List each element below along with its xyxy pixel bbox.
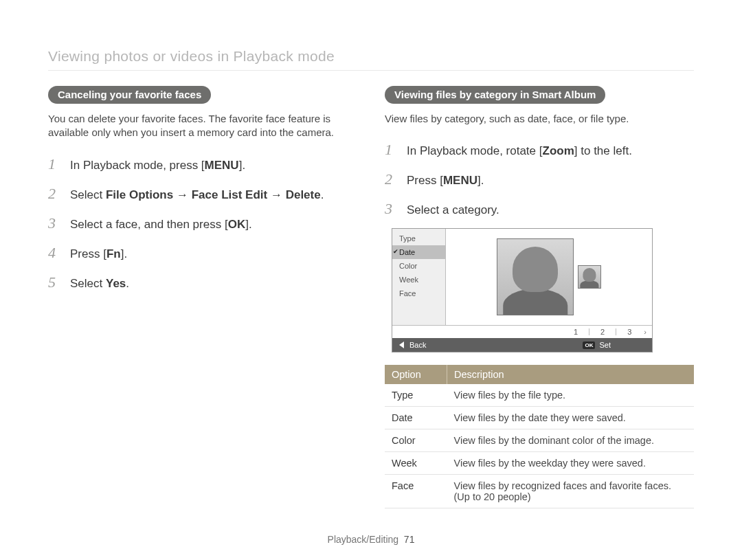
button-label-menu: MENU [205, 159, 239, 172]
options-table: Option Description Type View files by th… [385, 365, 694, 508]
table-header-option: Option [385, 365, 447, 384]
step-item: Press [Fn]. [48, 241, 357, 264]
page-footer: Playback/Editing 71 [0, 534, 742, 545]
control-zoom: Zoom [543, 144, 574, 157]
option-cell: Type [385, 384, 447, 407]
step-text: → [173, 188, 191, 201]
step-item: In Playback mode, press [MENU]. [48, 153, 357, 175]
step-text: . [126, 277, 129, 290]
page-num: 3 [622, 328, 637, 336]
option-yes: Yes [106, 277, 126, 290]
description-cell: View files by the file type. [447, 384, 695, 407]
camera-footer-bar: Back OK Set [392, 338, 652, 352]
columns: Canceling your favorite faces You can de… [48, 86, 694, 508]
step-text: ]. [239, 159, 245, 172]
divider [48, 70, 694, 71]
step-item: Press [MENU]. [385, 168, 694, 190]
page-num: 2 [595, 328, 610, 336]
description-cell: View files by the weekday they were save… [447, 452, 695, 475]
step-text: ]. [121, 247, 127, 260]
step-text: ]. [245, 218, 251, 231]
step-text: . [321, 188, 324, 201]
sidebar-item-type: Type [392, 232, 445, 245]
path-face-list-edit: Face List Edit [192, 188, 268, 201]
footer-section: Playback/Editing [328, 534, 399, 545]
chevron-right-icon: › [642, 328, 652, 336]
table-row: Week View files by the weekday they were… [385, 452, 694, 475]
intro-text: You can delete your favorite faces. The … [48, 112, 357, 140]
back-label: Back [409, 341, 426, 349]
step-text: Select [70, 188, 106, 201]
section-heading-smart-album: Viewing files by category in Smart Album [385, 86, 605, 104]
category-sidebar: Type Date Color Week Face [392, 229, 446, 325]
left-column: Canceling your favorite faces You can de… [48, 86, 357, 508]
table-row: Color View files by the dominant color o… [385, 429, 694, 452]
description-cell: View files by the date they were saved. [447, 407, 695, 429]
sidebar-item-date: Date [392, 245, 445, 259]
step-item: In Playback mode, rotate [Zoom] to the l… [385, 138, 694, 161]
button-label-fn: Fn [106, 247, 121, 260]
step-text: In Playback mode, rotate [ [407, 144, 543, 157]
footer-page-number: 71 [404, 534, 415, 545]
description-cell: View files by the dominant color of the … [447, 429, 695, 452]
step-item: Select a category. [385, 197, 694, 220]
step-text: ] to the left. [574, 144, 632, 157]
option-cell: Face [385, 475, 447, 508]
section-heading-cancel-faces: Canceling your favorite faces [48, 86, 211, 104]
sidebar-item-color: Color [392, 259, 445, 273]
set-label: Set [599, 341, 611, 349]
manual-page: Viewing photos or videos in Playback mod… [0, 0, 742, 560]
face-thumbnail-small [578, 265, 601, 289]
option-cell: Date [385, 407, 447, 429]
table-row: Date View files by the date they were sa… [385, 407, 694, 429]
description-cell: View files by recognized faces and favor… [447, 475, 695, 508]
intro-text: View files by category, such as date, fa… [385, 112, 694, 126]
step-text: In Playback mode, press [ [70, 159, 205, 172]
step-text: Select a face, and then press [ [70, 218, 228, 231]
step-text: Press [ [407, 174, 443, 187]
step-item: Select File Options → Face List Edit → D… [48, 182, 357, 205]
steps-list-right: In Playback mode, rotate [Zoom] to the l… [385, 138, 694, 220]
ok-icon: OK [583, 341, 595, 349]
camera-screen-illustration: Type Date Color Week Face 1 2 [392, 228, 653, 352]
page-index-bar: 1 2 3 › [392, 325, 652, 338]
step-text: ]. [477, 174, 484, 187]
sidebar-item-week: Week [392, 273, 445, 287]
thumbnail-area [446, 229, 652, 325]
button-label-menu: MENU [443, 174, 477, 187]
table-row: Face View files by recognized faces and … [385, 475, 694, 508]
right-column: Viewing files by category in Smart Album… [385, 86, 694, 508]
path-delete: Delete [286, 188, 321, 201]
step-text: Select [70, 277, 106, 290]
page-num: 1 [568, 328, 583, 336]
steps-list-left: In Playback mode, press [MENU]. Select F… [48, 153, 357, 293]
table-header-description: Description [447, 365, 695, 384]
option-cell: Color [385, 429, 447, 452]
button-label-ok: OK [228, 218, 246, 231]
step-item: Select a face, and then press [OK]. [48, 212, 357, 234]
step-text: Select a category. [407, 201, 499, 219]
sidebar-item-face: Face [392, 287, 445, 300]
table-row: Type View files by the file type. [385, 384, 694, 407]
option-cell: Week [385, 452, 447, 475]
step-text: → [267, 188, 285, 201]
triangle-left-icon [399, 341, 404, 348]
face-thumbnail-large [497, 238, 574, 315]
step-text: Press [ [70, 247, 106, 260]
page-title: Viewing photos or videos in Playback mod… [48, 48, 694, 65]
step-item: Select Yes. [48, 271, 357, 293]
camera-screen-main: Type Date Color Week Face [392, 229, 652, 325]
path-file-options: File Options [106, 188, 173, 201]
